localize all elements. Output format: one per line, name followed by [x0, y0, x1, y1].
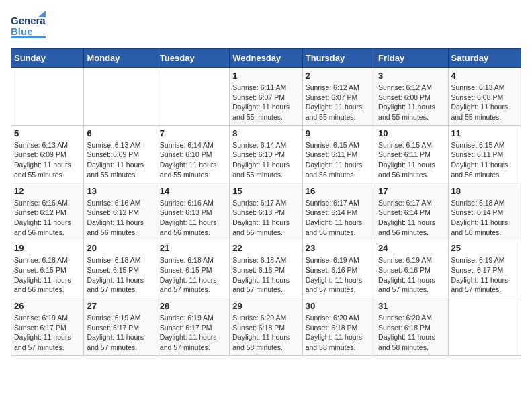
- calendar-cell: [157, 68, 229, 126]
- calendar-cell: 12Sunrise: 6:16 AM Sunset: 6:12 PM Dayli…: [11, 183, 84, 240]
- day-info: Sunrise: 6:15 AM Sunset: 6:11 PM Dayligh…: [306, 140, 372, 180]
- calendar-cell: 1Sunrise: 6:11 AM Sunset: 6:07 PM Daylig…: [230, 68, 302, 126]
- day-number: 31: [378, 301, 445, 311]
- day-info: Sunrise: 6:14 AM Sunset: 6:10 PM Dayligh…: [160, 140, 226, 180]
- day-number: 3: [378, 71, 445, 81]
- calendar-cell: 29Sunrise: 6:20 AM Sunset: 6:18 PM Dayli…: [230, 298, 302, 356]
- day-number: 4: [451, 71, 518, 81]
- day-number: 27: [87, 301, 153, 311]
- day-info: Sunrise: 6:17 AM Sunset: 6:14 PM Dayligh…: [306, 198, 372, 238]
- day-info: Sunrise: 6:19 AM Sunset: 6:17 PM Dayligh…: [160, 313, 226, 353]
- day-info: Sunrise: 6:16 AM Sunset: 6:13 PM Dayligh…: [160, 198, 226, 238]
- day-info: Sunrise: 6:18 AM Sunset: 6:15 PM Dayligh…: [160, 255, 226, 295]
- day-info: Sunrise: 6:16 AM Sunset: 6:12 PM Dayligh…: [14, 198, 81, 238]
- calendar-cell: 20Sunrise: 6:18 AM Sunset: 6:15 PM Dayli…: [84, 240, 157, 298]
- day-number: 25: [451, 243, 518, 253]
- svg-rect-3: [11, 36, 46, 38]
- calendar-cell: 26Sunrise: 6:19 AM Sunset: 6:17 PM Dayli…: [11, 298, 84, 356]
- day-number: 28: [160, 301, 226, 311]
- day-number: 23: [306, 243, 372, 253]
- day-number: 19: [14, 243, 81, 253]
- day-number: 1: [232, 71, 299, 81]
- calendar-cell: 4Sunrise: 6:13 AM Sunset: 6:08 PM Daylig…: [448, 68, 521, 126]
- svg-text:Blue: Blue: [11, 26, 33, 37]
- day-number: 10: [378, 128, 445, 138]
- day-number: 29: [232, 301, 299, 311]
- day-number: 11: [451, 128, 518, 138]
- day-info: Sunrise: 6:12 AM Sunset: 6:07 PM Dayligh…: [306, 83, 372, 122]
- calendar-cell: 22Sunrise: 6:18 AM Sunset: 6:16 PM Dayli…: [230, 240, 302, 298]
- day-info: Sunrise: 6:14 AM Sunset: 6:10 PM Dayligh…: [232, 140, 299, 180]
- day-info: Sunrise: 6:19 AM Sunset: 6:17 PM Dayligh…: [451, 255, 518, 295]
- calendar-cell: 10Sunrise: 6:15 AM Sunset: 6:11 PM Dayli…: [375, 125, 448, 183]
- day-info: Sunrise: 6:18 AM Sunset: 6:15 PM Dayligh…: [87, 255, 153, 295]
- day-info: Sunrise: 6:12 AM Sunset: 6:08 PM Dayligh…: [378, 83, 445, 122]
- day-number: 20: [87, 243, 153, 253]
- day-number: 6: [87, 128, 153, 138]
- calendar-cell: 9Sunrise: 6:15 AM Sunset: 6:11 PM Daylig…: [302, 125, 375, 183]
- day-number: 24: [378, 243, 445, 253]
- weekday-header-sunday: Sunday: [11, 49, 84, 68]
- weekday-header-monday: Monday: [84, 49, 157, 68]
- calendar-cell: 16Sunrise: 6:17 AM Sunset: 6:14 PM Dayli…: [302, 183, 375, 240]
- day-number: 7: [160, 128, 226, 138]
- day-info: Sunrise: 6:18 AM Sunset: 6:14 PM Dayligh…: [451, 198, 518, 238]
- calendar-cell: 5Sunrise: 6:13 AM Sunset: 6:09 PM Daylig…: [11, 125, 84, 183]
- day-info: Sunrise: 6:19 AM Sunset: 6:17 PM Dayligh…: [87, 313, 153, 353]
- day-number: 16: [306, 186, 372, 196]
- day-info: Sunrise: 6:19 AM Sunset: 6:16 PM Dayligh…: [306, 255, 372, 295]
- calendar-cell: 13Sunrise: 6:16 AM Sunset: 6:12 PM Dayli…: [84, 183, 157, 240]
- day-number: 5: [14, 128, 81, 138]
- day-info: Sunrise: 6:20 AM Sunset: 6:18 PM Dayligh…: [378, 313, 445, 353]
- calendar-cell: 2Sunrise: 6:12 AM Sunset: 6:07 PM Daylig…: [302, 68, 375, 126]
- calendar-cell: 14Sunrise: 6:16 AM Sunset: 6:13 PM Dayli…: [157, 183, 229, 240]
- calendar-cell: 30Sunrise: 6:20 AM Sunset: 6:18 PM Dayli…: [302, 298, 375, 356]
- page-header: General Blue: [11, 11, 521, 40]
- day-info: Sunrise: 6:20 AM Sunset: 6:18 PM Dayligh…: [232, 313, 299, 353]
- calendar-week-row: 5Sunrise: 6:13 AM Sunset: 6:09 PM Daylig…: [11, 125, 521, 183]
- day-number: 22: [232, 243, 299, 253]
- day-number: 13: [87, 186, 153, 196]
- day-number: 8: [232, 128, 299, 138]
- day-number: 12: [14, 186, 81, 196]
- calendar-cell: 28Sunrise: 6:19 AM Sunset: 6:17 PM Dayli…: [157, 298, 229, 356]
- calendar-table: SundayMondayTuesdayWednesdayThursdayFrid…: [11, 48, 521, 356]
- day-number: 21: [160, 243, 226, 253]
- day-number: 26: [14, 301, 81, 311]
- calendar-week-row: 1Sunrise: 6:11 AM Sunset: 6:07 PM Daylig…: [11, 68, 521, 126]
- day-number: 18: [451, 186, 518, 196]
- day-info: Sunrise: 6:16 AM Sunset: 6:12 PM Dayligh…: [87, 198, 153, 238]
- calendar-cell: [448, 298, 521, 356]
- calendar-cell: 23Sunrise: 6:19 AM Sunset: 6:16 PM Dayli…: [302, 240, 375, 298]
- calendar-cell: [11, 68, 84, 126]
- calendar-cell: 8Sunrise: 6:14 AM Sunset: 6:10 PM Daylig…: [230, 125, 302, 183]
- weekday-header-thursday: Thursday: [302, 49, 375, 68]
- logo: General Blue: [11, 11, 46, 40]
- calendar-cell: 24Sunrise: 6:19 AM Sunset: 6:16 PM Dayli…: [375, 240, 448, 298]
- day-info: Sunrise: 6:15 AM Sunset: 6:11 PM Dayligh…: [378, 140, 445, 180]
- calendar-cell: 27Sunrise: 6:19 AM Sunset: 6:17 PM Dayli…: [84, 298, 157, 356]
- day-info: Sunrise: 6:17 AM Sunset: 6:13 PM Dayligh…: [232, 198, 299, 238]
- calendar-week-row: 12Sunrise: 6:16 AM Sunset: 6:12 PM Dayli…: [11, 183, 521, 240]
- calendar-cell: 15Sunrise: 6:17 AM Sunset: 6:13 PM Dayli…: [230, 183, 302, 240]
- calendar-cell: 25Sunrise: 6:19 AM Sunset: 6:17 PM Dayli…: [448, 240, 521, 298]
- weekday-header-saturday: Saturday: [448, 49, 521, 68]
- calendar-week-row: 19Sunrise: 6:18 AM Sunset: 6:15 PM Dayli…: [11, 240, 521, 298]
- day-number: 15: [232, 186, 299, 196]
- day-number: 2: [306, 71, 372, 81]
- day-info: Sunrise: 6:13 AM Sunset: 6:09 PM Dayligh…: [14, 140, 81, 180]
- day-info: Sunrise: 6:15 AM Sunset: 6:11 PM Dayligh…: [451, 140, 518, 180]
- calendar-cell: 11Sunrise: 6:15 AM Sunset: 6:11 PM Dayli…: [448, 125, 521, 183]
- calendar-cell: 6Sunrise: 6:13 AM Sunset: 6:09 PM Daylig…: [84, 125, 157, 183]
- day-info: Sunrise: 6:18 AM Sunset: 6:15 PM Dayligh…: [14, 255, 81, 295]
- calendar-cell: 19Sunrise: 6:18 AM Sunset: 6:15 PM Dayli…: [11, 240, 84, 298]
- day-info: Sunrise: 6:18 AM Sunset: 6:16 PM Dayligh…: [232, 255, 299, 295]
- day-info: Sunrise: 6:17 AM Sunset: 6:14 PM Dayligh…: [378, 198, 445, 238]
- day-info: Sunrise: 6:19 AM Sunset: 6:17 PM Dayligh…: [14, 313, 81, 353]
- day-number: 9: [306, 128, 372, 138]
- calendar-cell: 18Sunrise: 6:18 AM Sunset: 6:14 PM Dayli…: [448, 183, 521, 240]
- day-number: 17: [378, 186, 445, 196]
- weekday-header-friday: Friday: [375, 49, 448, 68]
- day-info: Sunrise: 6:13 AM Sunset: 6:09 PM Dayligh…: [87, 140, 153, 180]
- weekday-header-wednesday: Wednesday: [230, 49, 302, 68]
